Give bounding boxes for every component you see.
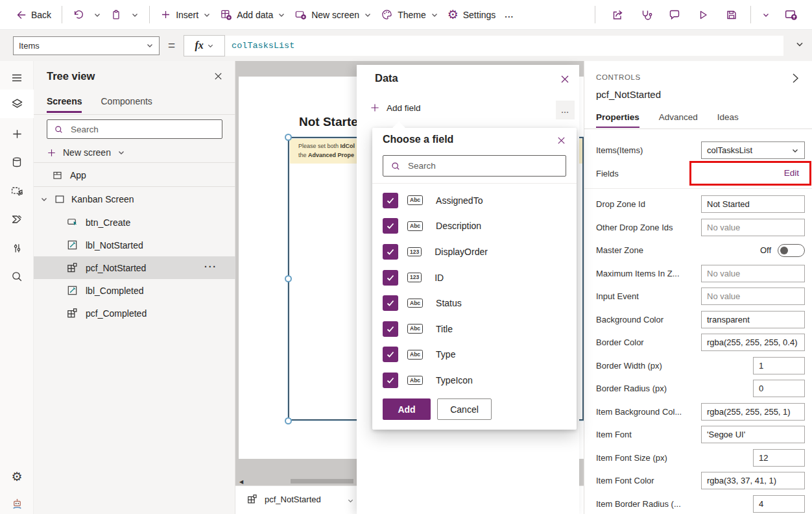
chevron-down-icon[interactable]	[40, 195, 48, 203]
data-panel-more-button[interactable]: ...	[556, 101, 575, 119]
field-row-ID: 123ID	[372, 265, 577, 291]
tree-item-lbl_NotStarted[interactable]: lbl_NotStarted	[34, 234, 235, 256]
toolbar-more-button[interactable]: ...	[500, 5, 518, 25]
tools-icon[interactable]	[0, 235, 34, 261]
item-background-col-input[interactable]: rgba(255, 255, 255, 1)	[701, 403, 805, 421]
item-font-size-px-input[interactable]: 12	[753, 449, 805, 467]
tree-view-icon[interactable]	[0, 90, 34, 118]
settings-button[interactable]: ⚙ Settings	[443, 5, 501, 25]
field-search-box[interactable]	[383, 155, 566, 177]
tab-advanced[interactable]: Advanced	[659, 112, 698, 128]
selection-handle-mid-left[interactable]	[285, 275, 292, 282]
new-screen-button[interactable]: New screen	[47, 144, 125, 161]
power-automate-icon[interactable]	[0, 206, 34, 232]
tree-view-title: Tree view	[47, 70, 95, 82]
tree-search-input[interactable]	[69, 124, 222, 135]
tab-screens[interactable]: Screens	[47, 96, 82, 113]
comments-button[interactable]	[662, 5, 687, 25]
data-icon[interactable]	[0, 149, 34, 175]
tree-item-app[interactable]: App	[34, 165, 235, 185]
property-row-border-width-px: Border Width (px)1	[584, 354, 812, 378]
paste-button[interactable]	[106, 5, 126, 25]
field-name: Status	[436, 298, 462, 308]
close-icon[interactable]	[560, 74, 570, 84]
tree-search-box[interactable]	[47, 119, 222, 139]
back-button[interactable]: Back	[10, 5, 56, 25]
item-font-input[interactable]: 'Segoe UI'	[701, 426, 805, 443]
item-font-color-input[interactable]: rgba(33, 37, 41, 1)	[701, 472, 805, 489]
border-radius-px-input[interactable]: 0	[753, 380, 805, 397]
property-selector-value: Items	[19, 41, 40, 51]
cancel-button[interactable]: Cancel	[437, 398, 492, 420]
tab-ideas[interactable]: Ideas	[717, 112, 739, 128]
ai-robot-icon[interactable]	[0, 491, 34, 514]
selection-handle-top-left[interactable]	[285, 134, 292, 141]
preview-play-button[interactable]	[691, 5, 715, 25]
share-button[interactable]	[605, 5, 630, 25]
items-items-dropdown[interactable]: colTasksList	[701, 141, 805, 159]
scrollbar-left-arrow[interactable]: ◀	[239, 479, 243, 485]
field-checkbox[interactable]	[383, 321, 398, 337]
add-data-button[interactable]: Add data	[215, 5, 290, 25]
border-width-px-input[interactable]: 1	[753, 357, 805, 374]
input-event-input[interactable]: No value	[701, 288, 805, 305]
media-icon[interactable]	[0, 178, 34, 204]
theme-button[interactable]: Theme	[376, 5, 443, 25]
field-checkbox[interactable]	[383, 244, 398, 260]
tree-item-pcf_Completed[interactable]: pcf_Completed	[34, 302, 235, 324]
fx-dropdown[interactable]: fx	[184, 35, 225, 56]
maximum-items-in-z-input[interactable]: No value	[701, 265, 805, 282]
field-checkbox[interactable]	[383, 295, 398, 311]
menu-icon[interactable]	[0, 65, 34, 91]
divider	[372, 183, 577, 184]
formula-input[interactable]: colTasksList	[225, 36, 783, 56]
property-selector-dropdown[interactable]: Items	[13, 36, 160, 55]
paste-dropdown-chevron[interactable]	[126, 5, 143, 25]
tree-item-lbl_Completed[interactable]: lbl_Completed	[34, 279, 235, 302]
field-search-input[interactable]	[407, 160, 566, 171]
publish-button[interactable]	[778, 5, 803, 25]
search-icon[interactable]	[0, 263, 34, 289]
tree-item-pcf_NotStarted[interactable]: pcf_NotStarted···	[34, 256, 235, 279]
master-zone-toggle[interactable]	[778, 244, 805, 257]
chevron-down-icon[interactable]	[347, 497, 354, 504]
tree-item-kanban-screen[interactable]: Kanban Screen	[34, 190, 235, 209]
undo-dropdown-chevron[interactable]	[89, 5, 106, 25]
chevron-right-icon[interactable]	[789, 71, 802, 84]
add-button[interactable]: Add	[383, 398, 431, 420]
close-icon[interactable]	[213, 71, 223, 81]
tab-properties[interactable]: Properties	[596, 112, 639, 128]
app-checker-icon[interactable]	[634, 5, 658, 25]
tab-components[interactable]: Components	[101, 96, 152, 113]
status-control-name[interactable]: pcf_NotStarted	[265, 495, 321, 504]
save-dropdown-chevron[interactable]	[758, 5, 774, 25]
insert-icon[interactable]	[0, 121, 34, 147]
undo-icon	[73, 9, 84, 21]
item-border-radius-input[interactable]: 4	[753, 495, 805, 513]
insert-button[interactable]: Insert	[156, 5, 215, 25]
field-checkbox[interactable]	[383, 193, 398, 208]
tree-item-btn_Create[interactable]: btn_Create	[34, 211, 235, 234]
field-checkbox[interactable]	[383, 218, 398, 234]
property-label: Item Background Col...	[596, 407, 701, 417]
horizontal-scrollbar-thumb[interactable]	[291, 479, 353, 483]
settings-gear-icon[interactable]: ⚙	[0, 463, 34, 489]
save-button[interactable]	[719, 5, 744, 25]
undo-button[interactable]	[68, 5, 89, 25]
formula-bar-expand-chevron[interactable]	[795, 40, 804, 49]
field-checkbox[interactable]	[383, 347, 398, 362]
field-checkbox[interactable]	[383, 373, 398, 388]
canvas-not-started-label[interactable]: Not Started	[299, 115, 365, 129]
background-color-input[interactable]: transparent	[701, 311, 805, 328]
field-checkbox[interactable]	[383, 270, 398, 286]
new-screen-button[interactable]: New screen	[290, 5, 376, 25]
other-drop-zone-ids-input[interactable]: No value	[701, 219, 805, 236]
fields-edit-link[interactable]: Edit	[784, 168, 799, 178]
selection-handle-bottom-left[interactable]	[285, 417, 292, 424]
border-color-input[interactable]: rgba(255, 255, 255, 0.4)	[701, 334, 805, 351]
close-icon[interactable]	[556, 136, 566, 145]
equals-sign: =	[168, 38, 175, 53]
more-options-button[interactable]: ···	[204, 262, 217, 272]
add-field-button[interactable]: Add field	[370, 103, 421, 113]
drop-zone-id-input[interactable]: Not Started	[701, 195, 805, 213]
